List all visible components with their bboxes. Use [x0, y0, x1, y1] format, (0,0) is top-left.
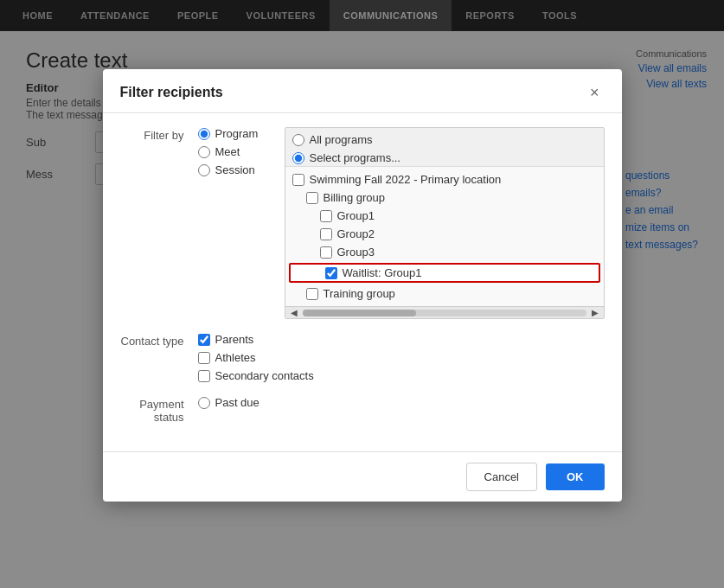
filter-meet-radio[interactable]: [198, 146, 210, 158]
past-due-label: Past due: [215, 396, 259, 409]
filter-options: Program Meet Session: [198, 127, 267, 176]
modal-footer: Cancel OK: [103, 451, 622, 502]
program-name: Swimming Fall 2022 - Primary location: [310, 173, 502, 186]
payment-status-row: Payment status Past due: [120, 396, 605, 424]
modal-title: Filter recipients: [120, 85, 223, 100]
group1-checkbox[interactable]: [320, 210, 332, 222]
contact-type-options: Parents Athletes Secondary contacts: [198, 333, 314, 382]
filter-meet-option[interactable]: Meet: [198, 145, 267, 158]
secondary-contacts-checkbox[interactable]: [198, 370, 210, 382]
filter-program-radio[interactable]: [198, 128, 210, 140]
secondary-contacts-label: Secondary contacts: [215, 369, 314, 382]
filter-session-label: Session: [215, 163, 255, 176]
training-group-label: Training group: [324, 287, 395, 300]
scroll-right-arrow[interactable]: ▶: [590, 308, 600, 317]
group2-label: Group2: [337, 227, 375, 240]
athletes-option[interactable]: Athletes: [198, 351, 314, 364]
programs-top: All programs Select programs...: [285, 128, 604, 167]
list-item[interactable]: Training group: [285, 284, 604, 303]
select-programs-radio[interactable]: [292, 152, 304, 164]
select-programs-label: Select programs...: [310, 151, 401, 164]
parents-label: Parents: [215, 333, 254, 346]
all-programs-label: All programs: [310, 133, 373, 146]
modal-header: Filter recipients ×: [103, 69, 622, 113]
filter-by-label: Filter by: [120, 127, 198, 142]
contact-type-label: Contact type: [120, 333, 198, 348]
cancel-button[interactable]: Cancel: [466, 463, 537, 491]
past-due-option[interactable]: Past due: [198, 396, 267, 409]
filter-recipients-modal: Filter recipients × Filter by Program Me…: [103, 69, 622, 502]
list-item[interactable]: Group3: [285, 243, 604, 261]
athletes-label: Athletes: [215, 351, 256, 364]
group2-checkbox[interactable]: [320, 228, 332, 240]
athletes-checkbox[interactable]: [198, 352, 210, 364]
contact-type-row: Contact type Parents Athletes Secondary …: [120, 333, 605, 382]
group1-label: Group1: [337, 209, 375, 222]
programs-list: Swimming Fall 2022 - Primary location Bi…: [285, 167, 604, 306]
list-item[interactable]: Billing group: [285, 189, 604, 207]
training-group-checkbox[interactable]: [306, 288, 318, 300]
parents-checkbox[interactable]: [198, 334, 210, 346]
all-programs-option[interactable]: All programs: [292, 133, 597, 146]
payment-status-label: Payment status: [120, 396, 198, 424]
parents-option[interactable]: Parents: [198, 333, 314, 346]
programs-panel: All programs Select programs... Swimming…: [285, 127, 605, 319]
waitlist-group1-label: Waitlist: Group1: [343, 266, 422, 279]
select-programs-option[interactable]: Select programs...: [292, 151, 597, 164]
filter-program-label: Program: [215, 127, 259, 140]
filter-session-radio[interactable]: [198, 164, 210, 176]
filter-program-option[interactable]: Program: [198, 127, 267, 140]
filter-session-option[interactable]: Session: [198, 163, 267, 176]
programs-scrollbar[interactable]: ◀ ▶: [285, 306, 604, 318]
billing-group-checkbox[interactable]: [306, 192, 318, 204]
past-due-radio[interactable]: [198, 397, 210, 409]
waitlist-group1-checkbox[interactable]: [325, 267, 337, 279]
billing-group-label: Billing group: [324, 191, 386, 204]
program-checkbox[interactable]: [292, 174, 304, 186]
filter-by-row: Filter by Program Meet Session: [120, 127, 605, 319]
scroll-track[interactable]: [303, 310, 586, 316]
list-item-waitlist[interactable]: Waitlist: Group1: [289, 263, 600, 283]
modal-body: Filter by Program Meet Session: [103, 113, 622, 451]
close-button[interactable]: ×: [585, 83, 605, 102]
ok-button[interactable]: OK: [546, 463, 605, 490]
filter-meet-label: Meet: [215, 145, 240, 158]
secondary-contacts-option[interactable]: Secondary contacts: [198, 369, 314, 382]
list-item[interactable]: Group1: [285, 207, 604, 225]
scroll-left-arrow[interactable]: ◀: [289, 308, 299, 317]
all-programs-radio[interactable]: [292, 134, 304, 146]
list-item[interactable]: Swimming Fall 2022 - Primary location: [285, 170, 604, 189]
scroll-thumb: [303, 310, 416, 316]
group3-label: Group3: [337, 246, 375, 259]
payment-options: Past due: [198, 396, 267, 409]
list-item[interactable]: Group2: [285, 225, 604, 243]
group3-checkbox[interactable]: [320, 246, 332, 259]
